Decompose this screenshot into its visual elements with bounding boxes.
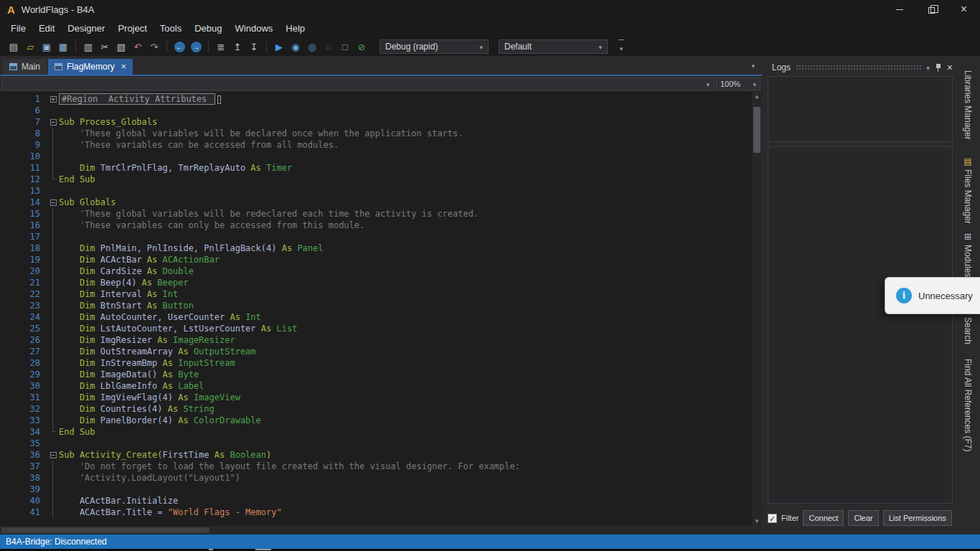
- menu-item-tools[interactable]: Tools: [154, 21, 188, 36]
- tab-main[interactable]: Main: [3, 59, 47, 75]
- debug-mode-select[interactable]: Debug (rapid): [380, 39, 489, 54]
- fold-toggle-icon[interactable]: −: [50, 119, 57, 126]
- code-line[interactable]: 27 Dim OutStreamArray As OutputStream: [0, 346, 752, 357]
- code-line[interactable]: 19 Dim ACActBar As ACActionBar: [0, 254, 752, 265]
- menu-item-file[interactable]: File: [4, 21, 32, 36]
- code-line[interactable]: 18 Dim PnlMain, PnlInside, PnlFlagBack(4…: [0, 242, 752, 254]
- release-mode-icon[interactable]: ◌: [321, 39, 336, 54]
- restore-button[interactable]: [915, 0, 948, 19]
- code-line[interactable]: 15 'These global variables will be redec…: [0, 208, 752, 220]
- menu-item-project[interactable]: Project: [111, 21, 153, 36]
- previous-position-icon[interactable]: ↥: [230, 39, 245, 54]
- list-permissions-button[interactable]: List Permissions: [883, 510, 952, 526]
- scrollbar-thumb[interactable]: [753, 107, 760, 153]
- code-line[interactable]: 30 Dim LblGameInfo As Label: [0, 380, 752, 392]
- code-line[interactable]: 21 Dim Beep(4) As Beeper: [0, 277, 752, 288]
- code-line[interactable]: 35: [0, 438, 752, 449]
- zoom-select[interactable]: 100%: [716, 77, 760, 90]
- stop-icon[interactable]: □: [337, 39, 353, 54]
- code-line[interactable]: 28 Dim InStreamBmp As InputStream: [0, 357, 752, 369]
- horizontal-scrollbar-thumb[interactable]: [1, 527, 209, 533]
- code-line[interactable]: 33 Dim PanelBorder(4) As ColorDrawable: [0, 415, 752, 426]
- code-line[interactable]: 7−Sub Process_Globals: [0, 116, 752, 128]
- code-line[interactable]: 40 ACActBar.Initialize: [0, 495, 752, 507]
- tab-list-dropdown[interactable]: [751, 58, 755, 71]
- sidebar-item-files-manager[interactable]: ▤Files Manager: [963, 157, 973, 224]
- code-line[interactable]: 25 Dim LstAutoCounter, LstUserCounter As…: [0, 323, 752, 334]
- code-line[interactable]: 23 Dim BtnStart As Button: [0, 300, 752, 311]
- code-line[interactable]: 20 Dim CardSize As Double: [0, 265, 752, 277]
- rapid-debugger-icon[interactable]: ◉: [288, 39, 303, 54]
- code-line[interactable]: 37 'Do not forget to load the layout fil…: [0, 461, 752, 472]
- menu-item-windows[interactable]: Windows: [229, 21, 280, 36]
- code-line[interactable]: 9 'These variables can be accessed from …: [0, 139, 752, 151]
- code-line[interactable]: 22 Dim Interval As Int: [0, 288, 752, 300]
- sidebar-item-modules[interactable]: ⊞Modules: [963, 232, 973, 277]
- fold-toggle-icon[interactable]: +: [50, 96, 57, 103]
- sidebar-item-search[interactable]: Search: [963, 317, 973, 344]
- clear-button[interactable]: Clear: [848, 510, 878, 526]
- code-line[interactable]: 10: [0, 151, 752, 162]
- tab-close-icon[interactable]: ×: [121, 62, 126, 72]
- connect-button[interactable]: Connect: [803, 510, 844, 526]
- copy-icon[interactable]: ▥: [80, 39, 96, 54]
- code-line[interactable]: 32 Dim Countries(4) As String: [0, 403, 752, 415]
- menu-item-debug[interactable]: Debug: [188, 21, 228, 36]
- code-line[interactable]: 6: [0, 105, 752, 116]
- code-line[interactable]: 12End Sub: [0, 174, 752, 185]
- filter-checkbox[interactable]: ✓: [768, 514, 777, 523]
- code-line[interactable]: 36−Sub Activity_Create(FirstTime As Bool…: [0, 449, 752, 461]
- navigate-back-icon[interactable]: ←: [171, 39, 187, 54]
- scroll-down-arrow-icon[interactable]: ▼: [754, 517, 760, 526]
- menu-item-help[interactable]: Help: [279, 21, 311, 36]
- open-project-icon[interactable]: ▱: [22, 39, 38, 54]
- logs-close-icon[interactable]: [947, 62, 953, 73]
- code-line[interactable]: 29 Dim ImageData() As Byte: [0, 369, 752, 380]
- scroll-up-arrow-icon[interactable]: ▲: [754, 92, 760, 101]
- code-line[interactable]: 34End Sub: [0, 426, 752, 438]
- code-line[interactable]: 8 'These global variables will be declar…: [0, 128, 752, 139]
- vertical-scrollbar[interactable]: ▲ ▼: [752, 92, 762, 526]
- toolbar-overflow-button[interactable]: [616, 39, 626, 54]
- menu-item-edit[interactable]: Edit: [32, 21, 61, 36]
- close-button[interactable]: [948, 0, 980, 19]
- fold-toggle-icon[interactable]: −: [50, 452, 57, 458]
- sub-navigator-select[interactable]: [1, 77, 715, 90]
- code-line[interactable]: 1+#Region Activity Attributes: [0, 93, 752, 105]
- tab-flagmemory[interactable]: FlagMemory×: [48, 59, 133, 75]
- cut-icon[interactable]: ✂: [97, 39, 113, 54]
- fold-toggle-icon[interactable]: −: [50, 199, 57, 206]
- logs-menu-dropdown[interactable]: [926, 62, 930, 72]
- redo-icon[interactable]: ↷: [146, 39, 162, 54]
- code-line[interactable]: 41 ACActBar.Title = "World Flags - Memor…: [0, 507, 752, 518]
- undo-icon[interactable]: ↶: [130, 39, 146, 54]
- code-line[interactable]: 26 Dim ImgResizer As ImageResizer: [0, 334, 752, 346]
- code-line[interactable]: 13: [0, 185, 752, 197]
- code-line[interactable]: 17: [0, 231, 752, 242]
- code-line[interactable]: 24 Dim AutoCounter, UserCounter As Int: [0, 311, 752, 323]
- code-editor[interactable]: 1+#Region Activity Attributes 67−Sub Pro…: [0, 92, 752, 526]
- build-config-select[interactable]: Default: [499, 39, 608, 54]
- log-output-top[interactable]: [768, 76, 953, 142]
- code-line[interactable]: 14−Sub Globals: [0, 197, 752, 208]
- log-output-main[interactable]: [768, 146, 953, 504]
- jump-to-sub-icon[interactable]: ≣: [213, 39, 229, 54]
- sidebar-item-libraries-manager[interactable]: Libraries Manager: [963, 70, 973, 140]
- code-line[interactable]: 11 Dim TmrClrPnlFlag, TmrReplayAuto As T…: [0, 162, 752, 174]
- code-line[interactable]: 16 'These variables can only be accessed…: [0, 220, 752, 231]
- horizontal-scrollbar[interactable]: [0, 526, 762, 534]
- save-all-icon[interactable]: ▦: [55, 39, 71, 54]
- paste-icon[interactable]: ▧: [113, 39, 129, 54]
- save-icon[interactable]: ▣: [39, 39, 55, 54]
- new-file-icon[interactable]: ▤: [6, 39, 22, 54]
- pin-icon[interactable]: [935, 63, 942, 72]
- code-line[interactable]: 38 'Activity.LoadLayout("Layout1"): [0, 472, 752, 484]
- code-line[interactable]: 39: [0, 484, 752, 495]
- clean-project-icon[interactable]: ⊘: [354, 39, 369, 54]
- navigate-forward-icon[interactable]: →: [188, 39, 204, 54]
- run-icon[interactable]: ▶: [271, 39, 287, 54]
- code-line[interactable]: 31 Dim ImgViewFlag(4) As ImageView: [0, 392, 752, 403]
- legacy-debugger-icon[interactable]: ◎: [304, 39, 320, 54]
- menu-item-designer[interactable]: Designer: [61, 21, 111, 36]
- scrollbar-track[interactable]: [752, 101, 762, 517]
